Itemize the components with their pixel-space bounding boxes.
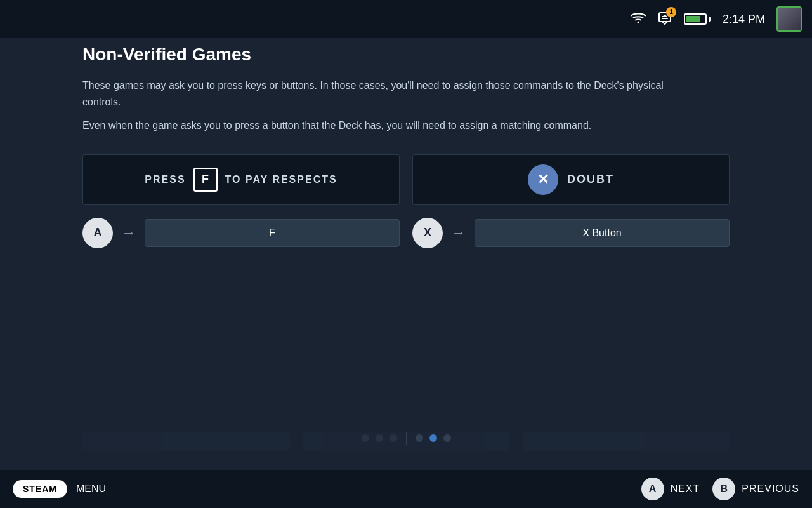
main-content: Non-Verified Games These games may ask y… xyxy=(82,44,730,457)
x-button-mapped-key[interactable]: X Button xyxy=(475,219,730,247)
doubt-card: DOUBT xyxy=(412,154,730,205)
press-f-content: PRESS F TO PAY RESPECTS xyxy=(145,168,337,192)
press-label: PRESS xyxy=(145,174,185,185)
bottom-bar: STEAM MENU A NEXT B PREVIOUS xyxy=(0,470,812,508)
bg-card-1 xyxy=(82,432,290,451)
time-display: 2:14 PM xyxy=(723,13,765,26)
doubt-label: DOUBT xyxy=(567,173,614,186)
next-action[interactable]: A NEXT xyxy=(641,478,700,500)
steam-button[interactable]: STEAM xyxy=(13,480,67,498)
arrow-icon-left: → xyxy=(122,225,136,241)
previous-action[interactable]: B PREVIOUS xyxy=(712,478,799,500)
mapping-row: A → F X → X Button xyxy=(82,218,730,248)
to-pay-respects-label: TO PAY RESPECTS xyxy=(225,174,337,185)
menu-label: MENU xyxy=(76,483,106,495)
x-button-ctrl: X xyxy=(412,218,443,248)
b-previous-button: B xyxy=(712,478,735,500)
f-mapped-key[interactable]: F xyxy=(145,219,400,247)
next-label: NEXT xyxy=(671,483,700,495)
bg-card-2 xyxy=(303,432,510,451)
bg-card-3 xyxy=(522,432,730,451)
description-text-2: Even when the game asks you to press a b… xyxy=(82,117,666,134)
a-next-button: A xyxy=(641,478,664,500)
notification-badge: 1 xyxy=(666,7,676,17)
description-text-1: These games may ask you to press keys or… xyxy=(82,77,666,110)
status-icons: 1 2:14 PM xyxy=(631,6,802,32)
page-title: Non-Verified Games xyxy=(82,44,730,65)
top-bar: 1 2:14 PM xyxy=(0,0,812,38)
mapping-item-a: A → F xyxy=(82,218,400,248)
wifi-icon xyxy=(631,11,646,27)
bottom-right: A NEXT B PREVIOUS xyxy=(641,478,799,500)
svg-point-0 xyxy=(637,21,639,23)
bg-cards xyxy=(0,432,812,457)
avatar[interactable] xyxy=(776,6,802,32)
arrow-icon-right: → xyxy=(452,225,466,241)
battery-icon xyxy=(684,13,711,25)
bottom-left: STEAM MENU xyxy=(13,480,106,498)
a-button: A xyxy=(82,218,113,248)
press-f-card: PRESS F TO PAY RESPECTS xyxy=(82,154,400,205)
cards-row: PRESS F TO PAY RESPECTS DOUBT xyxy=(82,154,730,205)
mapping-item-x: X → X Button xyxy=(412,218,730,248)
f-key-badge: F xyxy=(193,168,218,192)
notification-icon[interactable]: 1 xyxy=(657,10,672,29)
doubt-content: DOUBT xyxy=(528,164,614,195)
x-button-icon xyxy=(528,164,558,195)
previous-label: PREVIOUS xyxy=(742,483,799,495)
